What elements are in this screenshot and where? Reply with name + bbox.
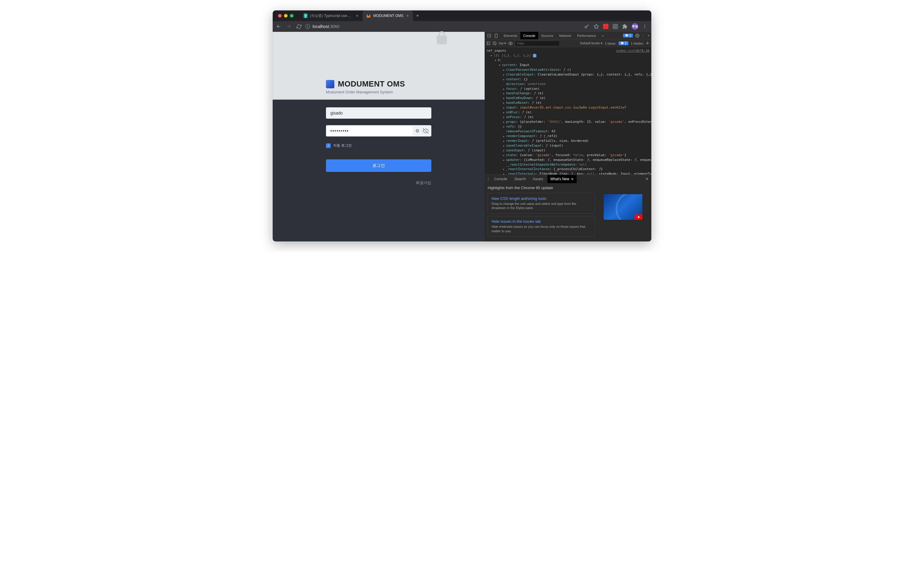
log-line[interactable]: 0: — [487, 58, 650, 63]
extension-icon-2[interactable] — [613, 24, 618, 29]
devtools-tab-performance[interactable]: Performance — [574, 32, 599, 39]
log-line[interactable]: saveInput: ƒ (input) — [487, 148, 650, 153]
svg-point-0 — [585, 26, 587, 28]
window-maximize[interactable] — [290, 14, 294, 18]
log-line[interactable]: direction: undefined — [487, 82, 650, 87]
log-line[interactable]: focus: ƒ (option) — [487, 87, 650, 91]
star-icon[interactable] — [594, 24, 599, 29]
devtools-settings-icon[interactable] — [635, 34, 639, 38]
issues-badge[interactable]: 💬 1 — [619, 41, 629, 45]
log-line[interactable]: __reactInternalSnapshotBeforeUpdate: nul… — [487, 162, 650, 167]
browser-tab-2[interactable]: MODUMENT OMS × — [363, 10, 413, 21]
log-line[interactable]: saveClearableInput: ƒ (input) — [487, 143, 650, 148]
log-line[interactable]: renderInput: ƒ (prefixCls, size, bordere… — [487, 138, 650, 143]
logo-icon — [326, 80, 334, 88]
extension-icon-1[interactable] — [603, 24, 609, 29]
forward-button[interactable] — [285, 23, 292, 30]
context-selector[interactable]: top ▾ — [499, 41, 506, 45]
devtools-tab-more[interactable]: » — [599, 32, 607, 39]
url-text: localhost:3060 — [313, 24, 339, 29]
log-line[interactable]: handleKeyDown: ƒ (e) — [487, 96, 650, 100]
toggle-password-visibility-icon[interactable] — [421, 127, 430, 135]
log-line[interactable]: removePasswordTimeout: 43 — [487, 129, 650, 134]
console-filter-input[interactable] — [515, 41, 559, 46]
log-line[interactable]: onFocus: ƒ (e) — [487, 115, 650, 120]
close-icon[interactable]: × — [571, 177, 573, 181]
devtools-tab-console[interactable]: Console — [520, 32, 538, 39]
whatsnew-card-2[interactable]: Hide issues in the Issues tab Hide irrel… — [488, 216, 595, 237]
menu-icon[interactable] — [642, 24, 647, 29]
log-line[interactable]: current: Input — [487, 63, 650, 67]
log-line[interactable]: refs: {} — [487, 124, 650, 129]
log-line[interactable]: state: {value: 'gisado', focused: false,… — [487, 153, 650, 158]
tab-close-icon[interactable]: × — [406, 13, 409, 18]
password-input[interactable]: ••••••••• — [327, 126, 412, 136]
drawer-tab-issues[interactable]: Issues — [530, 175, 546, 183]
url-field[interactable]: i localhost:3060 — [305, 24, 581, 29]
tab-bar: V (작성중) Typescript useRef array × MODUME… — [273, 10, 651, 21]
devtools-close-icon[interactable]: × — [647, 34, 650, 38]
log-line[interactable]: props: {placeholder: '아이디', maxLength: 1… — [487, 120, 650, 124]
devtools-more-icon[interactable]: ⋮ — [642, 34, 645, 38]
back-button[interactable] — [275, 23, 282, 30]
log-line[interactable]: renderComponent: ƒ (_ref2) — [487, 134, 650, 138]
login-button[interactable]: 로그인 — [326, 159, 431, 172]
tab-title: MODUMENT OMS — [373, 14, 403, 18]
log-line[interactable]: updater: {isMounted: ƒ, enqueueSetState:… — [487, 158, 650, 162]
log-line[interactable]: handleChange: ƒ (e) — [487, 91, 650, 96]
drawer-tab-search[interactable]: Search — [512, 175, 529, 183]
log-levels-selector[interactable]: Default levels ▾ — [580, 41, 602, 45]
new-tab-button[interactable]: + — [413, 13, 422, 19]
log-line[interactable]: _reactInternalInstance: {_processChildCo… — [487, 167, 650, 172]
device-toolbar-icon[interactable] — [493, 33, 499, 38]
console-output[interactable]: index.tsx?db76:38 ref_inputs (3) [{…}, {… — [485, 47, 651, 174]
log-line[interactable]: context: {} — [487, 77, 650, 82]
console-errors-badge[interactable]: 💬 1 — [623, 34, 633, 38]
svg-point-9 — [637, 35, 638, 36]
reload-button[interactable] — [295, 23, 302, 30]
console-settings-icon[interactable] — [646, 41, 650, 45]
log-line[interactable]: handleReset: ƒ (e) — [487, 100, 650, 105]
drawer-tabs: ⋮ Console Search Issues What's New× × — [485, 175, 651, 183]
log-line[interactable]: clearPasswordValueAttribute: ƒ () — [487, 67, 650, 72]
clear-password-icon[interactable] — [414, 129, 421, 133]
log-line[interactable]: onBlur: ƒ (e) — [487, 110, 650, 115]
traffic-lights — [275, 14, 297, 18]
devtools-panel: Elements Console Sources Network Perform… — [485, 32, 651, 242]
profile-avatar[interactable]: 주영 — [632, 23, 638, 30]
whatsnew-card-1[interactable]: New CSS length authoring tools Drag to c… — [488, 193, 595, 214]
log-line[interactable]: _reactInternals: FiberNode {tag: 1, key:… — [487, 172, 650, 174]
log-line[interactable]: clearableInput: ClearableLabeledInput {p… — [487, 72, 650, 77]
tab-close-icon[interactable]: × — [355, 13, 359, 18]
key-icon[interactable] — [584, 24, 589, 29]
browser-window: V (작성중) Typescript useRef array × MODUME… — [273, 10, 651, 242]
hidden-label: 1 hidden — [631, 42, 643, 45]
signup-link[interactable]: 회원가입 — [326, 180, 431, 186]
devtools-tab-network[interactable]: Network — [556, 32, 574, 39]
extensions-icon[interactable] — [622, 24, 627, 29]
drawer-tab-console[interactable]: Console — [491, 175, 510, 183]
drawer-close-icon[interactable]: × — [646, 176, 650, 182]
log-line[interactable]: (3) [{…}, {…}, {…}] i — [487, 53, 650, 58]
site-info-icon[interactable]: i — [305, 24, 310, 29]
browser-tab-1[interactable]: V (작성중) Typescript useRef array × — [300, 10, 363, 21]
card-title: Hide issues in the Issues tab — [492, 219, 591, 224]
console-sidebar-toggle-icon[interactable] — [487, 41, 490, 45]
whatsnew-video-thumbnail[interactable] — [604, 194, 642, 220]
drawer-more-icon[interactable]: ⋮ — [487, 177, 490, 181]
window-close[interactable] — [278, 14, 282, 18]
auto-login-checkbox[interactable]: ✓ 자동 로그인 — [326, 143, 431, 148]
devtools-tab-sources[interactable]: Sources — [538, 32, 556, 39]
source-link[interactable]: index.tsx?db76:38 — [616, 48, 650, 53]
live-expression-icon[interactable] — [508, 41, 513, 46]
login-title: MODUMENT OMS — [338, 79, 405, 89]
inspect-element-icon[interactable] — [487, 33, 492, 38]
log-line[interactable]: input: input#userID.ant-input.css-1us3w0… — [487, 105, 650, 110]
window-minimize[interactable] — [284, 14, 287, 18]
username-input[interactable]: gisado — [326, 107, 431, 118]
devtools-tab-elements[interactable]: Elements — [501, 32, 520, 39]
drawer-tab-whatsnew[interactable]: What's New× — [548, 175, 577, 183]
tabs: V (작성중) Typescript useRef array × MODUME… — [300, 10, 413, 21]
clear-console-icon[interactable] — [493, 41, 497, 45]
login-subtitle: Modument Order Management System — [326, 90, 431, 94]
